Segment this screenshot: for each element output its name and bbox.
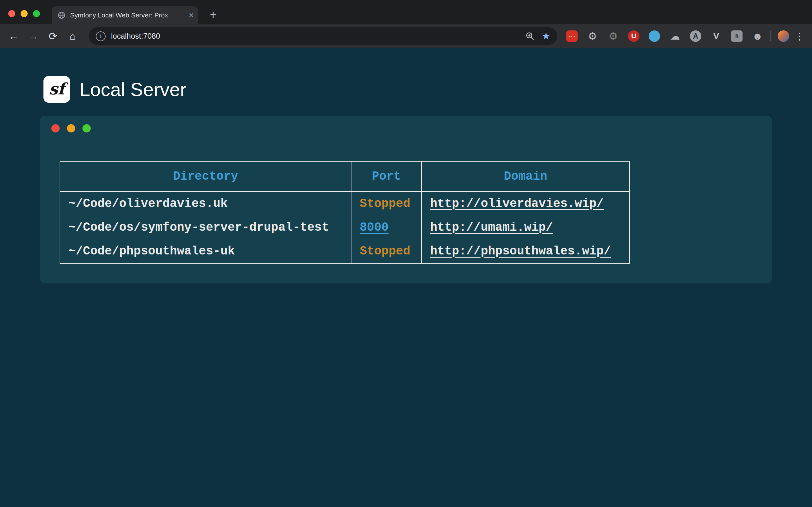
tab-close-icon[interactable]: ×: [189, 11, 194, 20]
blue-circle-extension-icon[interactable]: [649, 31, 660, 42]
vimium-extension-icon[interactable]: V: [711, 31, 722, 42]
directory-cell: ~/Code/phpsouthwales-uk: [60, 239, 351, 263]
symfony-logo: sf: [44, 76, 70, 103]
bookmark-star-icon[interactable]: ★: [542, 32, 550, 41]
server-table: Directory Port Domain ~/Code/oliverdavie…: [60, 161, 630, 264]
toolbar-divider: [770, 32, 771, 41]
page-title: Local Server: [80, 78, 187, 101]
url-text[interactable]: localhost:7080: [111, 32, 525, 41]
browser-menu-icon[interactable]: ⋮: [794, 31, 805, 42]
card-orange-dot-icon: [67, 124, 75, 132]
card-green-dot-icon: [83, 124, 91, 132]
tab-strip: Symfony Local Web Server: Prox × +: [0, 0, 812, 24]
port-status: Stopped: [360, 197, 410, 210]
site-info-icon[interactable]: i: [96, 32, 106, 41]
cloud-extension-icon[interactable]: ☁: [669, 31, 681, 42]
ublock-extension-icon[interactable]: U: [628, 31, 640, 42]
browser-toolbar: ← → ⟳ ⌂ i localhost:7080 ★ ⋯ ⚙ ⚙ U ☁ A V…: [0, 24, 812, 48]
domain-link[interactable]: http://oliverdavies.wip/: [430, 197, 604, 210]
new-tab-button[interactable]: +: [206, 8, 220, 21]
directory-cell: ~/Code/os/symfony-server-drupal-test: [60, 216, 351, 239]
page-header: sf Local Server: [44, 76, 187, 103]
extensions-bar: ⋯ ⚙ ⚙ U ☁ A V fi ☻: [566, 31, 763, 42]
column-header-directory: Directory: [60, 161, 351, 191]
github-extension-icon[interactable]: ☻: [752, 31, 763, 42]
forward-icon[interactable]: →: [23, 27, 43, 45]
port-status: Stopped: [360, 244, 410, 258]
tab-title: Symfony Local Web Server: Prox: [70, 11, 187, 19]
domain-link[interactable]: http://umami.wip/: [430, 221, 553, 234]
reload-icon[interactable]: ⟳: [43, 27, 63, 45]
column-header-domain: Domain: [421, 161, 629, 191]
table-row: ~/Code/oliverdavies.uk Stopped http://ol…: [60, 191, 629, 216]
profile-avatar[interactable]: [778, 31, 789, 42]
window-zoom-button[interactable]: [33, 10, 40, 17]
column-header-port: Port: [351, 161, 421, 191]
table-row: ~/Code/phpsouthwales-uk Stopped http://p…: [60, 239, 629, 263]
domain-link[interactable]: http://phpsouthwales.wip/: [430, 244, 611, 258]
letter-a-extension-icon[interactable]: A: [690, 31, 701, 42]
window-minimize-button[interactable]: [20, 10, 28, 17]
table-header-row: Directory Port Domain: [60, 161, 629, 191]
page-body: sf Local Server Directory Port Domain ~/…: [0, 48, 812, 507]
zoom-icon[interactable]: [525, 32, 535, 41]
window-close-button[interactable]: [8, 10, 15, 17]
address-bar[interactable]: i localhost:7080 ★: [89, 27, 557, 45]
port-link[interactable]: 8000: [360, 221, 389, 234]
symfony-logo-text: sf: [49, 79, 65, 98]
back-icon[interactable]: ←: [4, 27, 23, 45]
card-red-dot-icon: [51, 124, 60, 132]
browser-tab[interactable]: Symfony Local Web Server: Prox ×: [52, 6, 198, 24]
red-dots-extension-icon[interactable]: ⋯: [566, 31, 577, 42]
home-icon[interactable]: ⌂: [63, 27, 83, 45]
cog-extension-icon[interactable]: ⚙: [607, 31, 619, 42]
terminal-card: Directory Port Domain ~/Code/oliverdavie…: [40, 116, 772, 283]
globe-favicon-icon: [57, 11, 66, 19]
table-row: ~/Code/os/symfony-server-drupal-test 800…: [60, 216, 629, 239]
window-controls: [8, 10, 40, 17]
card-window-dots: [51, 124, 91, 132]
gear-extension-icon[interactable]: ⚙: [587, 31, 598, 42]
gray-square-extension-icon[interactable]: fi: [731, 31, 743, 42]
directory-cell: ~/Code/oliverdavies.uk: [60, 191, 351, 216]
